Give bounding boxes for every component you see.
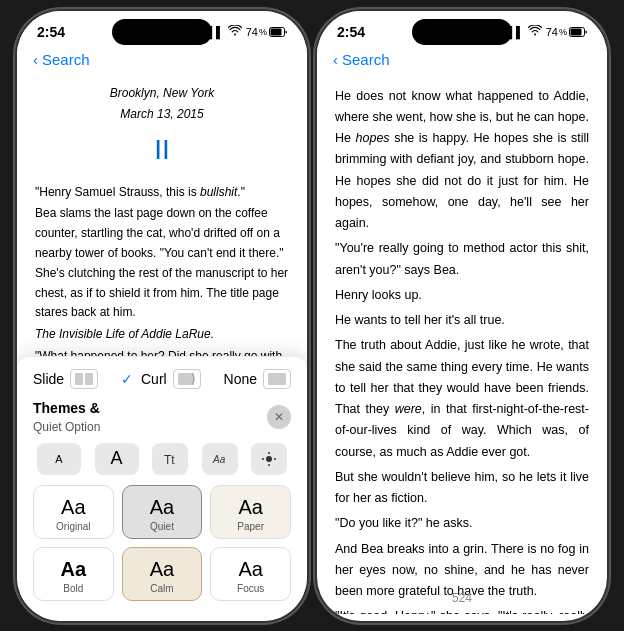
themes-label: Themes & (33, 400, 100, 416)
theme-original[interactable]: Aa Original (33, 485, 114, 539)
svg-rect-3 (85, 373, 93, 385)
status-icons-right: ▌▌▌ 74 % (500, 25, 587, 38)
curl-label: Curl (141, 371, 167, 387)
theme-quiet-label: Quiet (150, 521, 174, 532)
dynamic-island-right (412, 19, 512, 45)
chevron-left-icon: ‹ (33, 51, 38, 68)
back-label-right: Search (342, 51, 390, 68)
battery-icon-right: 74 % (546, 26, 587, 38)
theme-focus-aa: Aa (238, 558, 262, 581)
scroll-options-row: Slide ✓ Curl None (33, 369, 291, 389)
svg-rect-2 (75, 373, 83, 385)
battery-icon: 74 % (246, 26, 287, 38)
back-button-left[interactable]: ‹ Search (33, 51, 291, 68)
checkmark-icon: ✓ (121, 371, 133, 387)
brightness-button[interactable] (251, 443, 287, 475)
page-number: 524 (452, 591, 472, 605)
status-icons-left: ▌▌▌ 74 % (200, 25, 287, 38)
theme-calm[interactable]: Aa Calm (122, 547, 203, 601)
svg-rect-4 (178, 373, 194, 385)
svg-text:Tt: Tt (164, 453, 175, 467)
book-date: March 13, 2015 (35, 105, 289, 124)
nav-bar-left: ‹ Search (17, 47, 307, 76)
wifi-icon-right (528, 25, 542, 38)
theme-quiet[interactable]: Aa Quiet (122, 485, 203, 539)
theme-calm-label: Calm (150, 583, 173, 594)
reading-content: He does not know what happened to Addie,… (317, 76, 607, 614)
back-label-left: Search (42, 51, 90, 68)
book-header: Brooklyn, New York March 13, 2015 II (35, 84, 289, 173)
none-option[interactable]: None (224, 369, 291, 389)
theme-calm-aa: Aa (150, 558, 174, 581)
time-left: 2:54 (37, 24, 65, 40)
bottom-panel: Slide ✓ Curl None (17, 357, 307, 621)
dynamic-island-left (112, 19, 212, 45)
theme-bold[interactable]: Aa Bold (33, 547, 114, 601)
slide-label: Slide (33, 371, 64, 387)
quiet-option-label: Quiet Option (33, 420, 100, 434)
themes-section-title: Themes & Quiet Option (33, 399, 100, 435)
themes-grid: Aa Original Aa Quiet Aa Paper Aa Bold Aa (33, 485, 291, 601)
book-content-left: Brooklyn, New York March 13, 2015 II "He… (17, 76, 307, 356)
font-controls-row: A A Tt Aa (33, 443, 291, 475)
book-text: "Henry Samuel Strauss, this is bullshit.… (35, 183, 289, 356)
svg-point-8 (266, 456, 272, 462)
none-icon (263, 369, 291, 389)
svg-rect-14 (571, 28, 582, 35)
theme-focus[interactable]: Aa Focus (210, 547, 291, 601)
theme-original-label: Original (56, 521, 90, 532)
theme-bold-aa: Aa (61, 558, 87, 581)
none-label: None (224, 371, 257, 387)
theme-bold-label: Bold (63, 583, 83, 594)
font-size-decrease-button[interactable]: A (37, 443, 81, 475)
time-right: 2:54 (337, 24, 365, 40)
close-panel-button[interactable]: ✕ (267, 405, 291, 429)
right-phone: 2:54 ▌▌▌ 74 % (317, 11, 607, 621)
chapter-number: II (35, 128, 289, 173)
theme-paper[interactable]: Aa Paper (210, 485, 291, 539)
font-size-increase-button[interactable]: A (95, 443, 139, 475)
back-button-right[interactable]: ‹ Search (333, 51, 591, 68)
theme-paper-label: Paper (237, 521, 264, 532)
book-location: Brooklyn, New York (35, 84, 289, 103)
curl-icon (173, 369, 201, 389)
svg-rect-1 (271, 28, 282, 35)
theme-quiet-aa: Aa (150, 496, 174, 519)
font-style-button[interactable]: Tt (152, 443, 188, 475)
slide-icon (70, 369, 98, 389)
nav-bar-right: ‹ Search (317, 47, 607, 76)
theme-focus-label: Focus (237, 583, 264, 594)
font-option-button[interactable]: Aa (202, 443, 238, 475)
svg-rect-5 (268, 373, 286, 385)
theme-paper-aa: Aa (238, 496, 262, 519)
svg-text:Aa: Aa (212, 454, 226, 465)
wifi-icon (228, 25, 242, 38)
left-phone: 2:54 ▌▌▌ 74 % (17, 11, 307, 621)
slide-option[interactable]: Slide (33, 369, 98, 389)
curl-option[interactable]: ✓ Curl (121, 369, 201, 389)
theme-original-aa: Aa (61, 496, 85, 519)
chevron-left-icon-right: ‹ (333, 51, 338, 68)
